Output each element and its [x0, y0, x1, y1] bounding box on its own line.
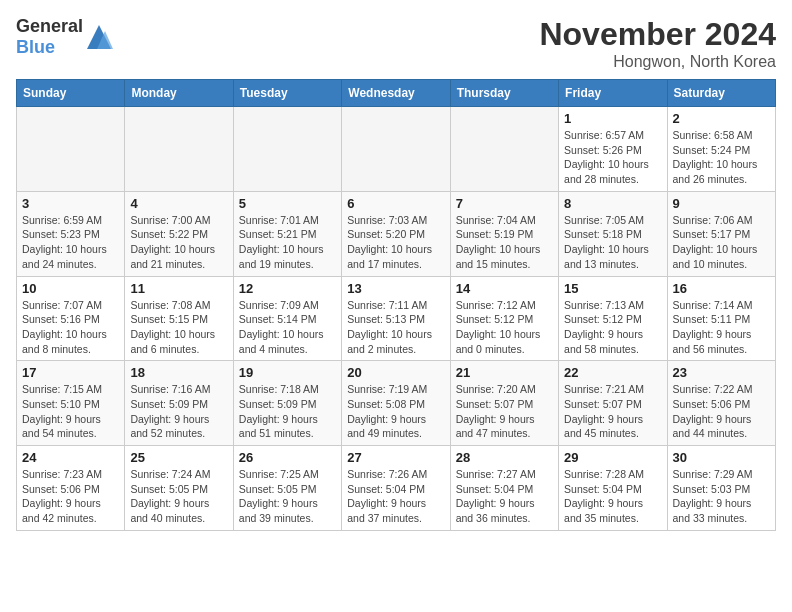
weekday-header-saturday: Saturday — [667, 80, 775, 107]
calendar-cell: 7Sunrise: 7:04 AMSunset: 5:19 PMDaylight… — [450, 191, 558, 276]
calendar-cell: 15Sunrise: 7:13 AMSunset: 5:12 PMDayligh… — [559, 276, 667, 361]
day-info: Sunrise: 7:28 AMSunset: 5:04 PMDaylight:… — [564, 467, 661, 526]
day-info: Sunrise: 7:14 AMSunset: 5:11 PMDaylight:… — [673, 298, 770, 357]
day-number: 4 — [130, 196, 227, 211]
day-number: 1 — [564, 111, 661, 126]
day-number: 14 — [456, 281, 553, 296]
week-row-0: 1Sunrise: 6:57 AMSunset: 5:26 PMDaylight… — [17, 107, 776, 192]
day-info: Sunrise: 7:22 AMSunset: 5:06 PMDaylight:… — [673, 382, 770, 441]
calendar-cell: 19Sunrise: 7:18 AMSunset: 5:09 PMDayligh… — [233, 361, 341, 446]
day-info: Sunrise: 7:16 AMSunset: 5:09 PMDaylight:… — [130, 382, 227, 441]
calendar-cell — [125, 107, 233, 192]
calendar-cell: 16Sunrise: 7:14 AMSunset: 5:11 PMDayligh… — [667, 276, 775, 361]
day-number: 6 — [347, 196, 444, 211]
calendar-cell: 26Sunrise: 7:25 AMSunset: 5:05 PMDayligh… — [233, 446, 341, 531]
day-info: Sunrise: 6:59 AMSunset: 5:23 PMDaylight:… — [22, 213, 119, 272]
calendar-cell — [233, 107, 341, 192]
calendar-cell: 23Sunrise: 7:22 AMSunset: 5:06 PMDayligh… — [667, 361, 775, 446]
week-row-3: 17Sunrise: 7:15 AMSunset: 5:10 PMDayligh… — [17, 361, 776, 446]
day-info: Sunrise: 7:25 AMSunset: 5:05 PMDaylight:… — [239, 467, 336, 526]
day-number: 28 — [456, 450, 553, 465]
week-row-2: 10Sunrise: 7:07 AMSunset: 5:16 PMDayligh… — [17, 276, 776, 361]
calendar-cell: 30Sunrise: 7:29 AMSunset: 5:03 PMDayligh… — [667, 446, 775, 531]
calendar-cell: 1Sunrise: 6:57 AMSunset: 5:26 PMDaylight… — [559, 107, 667, 192]
day-info: Sunrise: 7:11 AMSunset: 5:13 PMDaylight:… — [347, 298, 444, 357]
day-info: Sunrise: 7:23 AMSunset: 5:06 PMDaylight:… — [22, 467, 119, 526]
weekday-header-wednesday: Wednesday — [342, 80, 450, 107]
month-title: November 2024 — [539, 16, 776, 53]
day-number: 21 — [456, 365, 553, 380]
calendar-cell: 21Sunrise: 7:20 AMSunset: 5:07 PMDayligh… — [450, 361, 558, 446]
weekday-header-thursday: Thursday — [450, 80, 558, 107]
day-number: 20 — [347, 365, 444, 380]
calendar-cell: 29Sunrise: 7:28 AMSunset: 5:04 PMDayligh… — [559, 446, 667, 531]
day-number: 26 — [239, 450, 336, 465]
calendar-table: SundayMondayTuesdayWednesdayThursdayFrid… — [16, 79, 776, 531]
day-info: Sunrise: 7:05 AMSunset: 5:18 PMDaylight:… — [564, 213, 661, 272]
logo-general: General — [16, 16, 83, 36]
day-info: Sunrise: 6:57 AMSunset: 5:26 PMDaylight:… — [564, 128, 661, 187]
day-info: Sunrise: 7:06 AMSunset: 5:17 PMDaylight:… — [673, 213, 770, 272]
day-number: 18 — [130, 365, 227, 380]
day-info: Sunrise: 7:15 AMSunset: 5:10 PMDaylight:… — [22, 382, 119, 441]
weekday-header-tuesday: Tuesday — [233, 80, 341, 107]
day-number: 2 — [673, 111, 770, 126]
calendar-cell: 12Sunrise: 7:09 AMSunset: 5:14 PMDayligh… — [233, 276, 341, 361]
day-info: Sunrise: 7:27 AMSunset: 5:04 PMDaylight:… — [456, 467, 553, 526]
day-number: 16 — [673, 281, 770, 296]
calendar-cell — [17, 107, 125, 192]
day-number: 22 — [564, 365, 661, 380]
calendar-cell: 9Sunrise: 7:06 AMSunset: 5:17 PMDaylight… — [667, 191, 775, 276]
day-info: Sunrise: 7:20 AMSunset: 5:07 PMDaylight:… — [456, 382, 553, 441]
day-info: Sunrise: 7:04 AMSunset: 5:19 PMDaylight:… — [456, 213, 553, 272]
day-info: Sunrise: 7:09 AMSunset: 5:14 PMDaylight:… — [239, 298, 336, 357]
day-info: Sunrise: 7:19 AMSunset: 5:08 PMDaylight:… — [347, 382, 444, 441]
title-area: November 2024 Hongwon, North Korea — [539, 16, 776, 71]
day-number: 7 — [456, 196, 553, 211]
day-number: 30 — [673, 450, 770, 465]
calendar-cell: 4Sunrise: 7:00 AMSunset: 5:22 PMDaylight… — [125, 191, 233, 276]
logo-blue: Blue — [16, 37, 55, 57]
logo: General Blue — [16, 16, 113, 58]
day-number: 8 — [564, 196, 661, 211]
day-number: 11 — [130, 281, 227, 296]
day-info: Sunrise: 6:58 AMSunset: 5:24 PMDaylight:… — [673, 128, 770, 187]
day-info: Sunrise: 7:24 AMSunset: 5:05 PMDaylight:… — [130, 467, 227, 526]
calendar-cell: 2Sunrise: 6:58 AMSunset: 5:24 PMDaylight… — [667, 107, 775, 192]
day-number: 15 — [564, 281, 661, 296]
location-subtitle: Hongwon, North Korea — [539, 53, 776, 71]
day-number: 3 — [22, 196, 119, 211]
day-number: 19 — [239, 365, 336, 380]
day-info: Sunrise: 7:00 AMSunset: 5:22 PMDaylight:… — [130, 213, 227, 272]
weekday-header-sunday: Sunday — [17, 80, 125, 107]
logo-text: General Blue — [16, 16, 83, 58]
weekday-header-monday: Monday — [125, 80, 233, 107]
day-info: Sunrise: 7:03 AMSunset: 5:20 PMDaylight:… — [347, 213, 444, 272]
day-number: 23 — [673, 365, 770, 380]
day-number: 25 — [130, 450, 227, 465]
day-info: Sunrise: 7:13 AMSunset: 5:12 PMDaylight:… — [564, 298, 661, 357]
week-row-1: 3Sunrise: 6:59 AMSunset: 5:23 PMDaylight… — [17, 191, 776, 276]
day-number: 17 — [22, 365, 119, 380]
day-info: Sunrise: 7:21 AMSunset: 5:07 PMDaylight:… — [564, 382, 661, 441]
weekday-header-friday: Friday — [559, 80, 667, 107]
day-info: Sunrise: 7:26 AMSunset: 5:04 PMDaylight:… — [347, 467, 444, 526]
day-number: 29 — [564, 450, 661, 465]
day-info: Sunrise: 7:01 AMSunset: 5:21 PMDaylight:… — [239, 213, 336, 272]
calendar-cell: 10Sunrise: 7:07 AMSunset: 5:16 PMDayligh… — [17, 276, 125, 361]
day-number: 10 — [22, 281, 119, 296]
day-info: Sunrise: 7:08 AMSunset: 5:15 PMDaylight:… — [130, 298, 227, 357]
day-number: 9 — [673, 196, 770, 211]
calendar-cell: 18Sunrise: 7:16 AMSunset: 5:09 PMDayligh… — [125, 361, 233, 446]
day-info: Sunrise: 7:07 AMSunset: 5:16 PMDaylight:… — [22, 298, 119, 357]
day-number: 13 — [347, 281, 444, 296]
week-row-4: 24Sunrise: 7:23 AMSunset: 5:06 PMDayligh… — [17, 446, 776, 531]
logo-icon — [85, 23, 113, 51]
calendar-cell: 17Sunrise: 7:15 AMSunset: 5:10 PMDayligh… — [17, 361, 125, 446]
calendar-cell: 27Sunrise: 7:26 AMSunset: 5:04 PMDayligh… — [342, 446, 450, 531]
calendar-cell — [342, 107, 450, 192]
day-number: 12 — [239, 281, 336, 296]
calendar-cell: 3Sunrise: 6:59 AMSunset: 5:23 PMDaylight… — [17, 191, 125, 276]
day-number: 27 — [347, 450, 444, 465]
calendar-cell: 20Sunrise: 7:19 AMSunset: 5:08 PMDayligh… — [342, 361, 450, 446]
